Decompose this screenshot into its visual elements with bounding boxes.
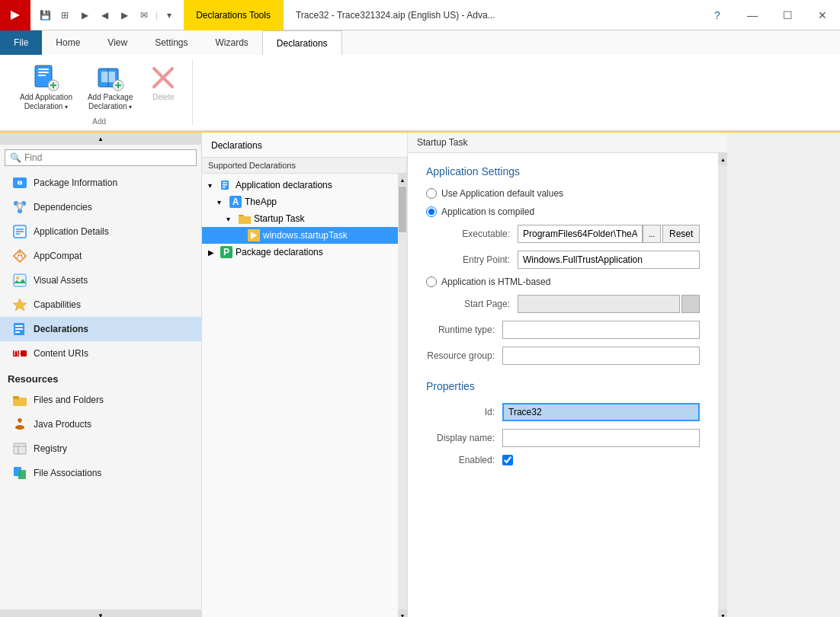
tree-scroll-up[interactable]: ▲	[398, 174, 407, 186]
tree-item-startup-task[interactable]: ▾ Startup Task	[202, 210, 398, 227]
radio-compiled-label: Application is compiled	[441, 206, 534, 217]
content-scroll-down[interactable]: ▼	[718, 609, 727, 617]
play-btn[interactable]: ▶	[76, 7, 93, 24]
tree-toggle-startup[interactable]: ▾	[226, 215, 236, 223]
tree-toggle-app[interactable]: ▾	[208, 181, 217, 190]
minimize-btn[interactable]: —	[735, 0, 770, 30]
tab-file[interactable]: File	[0, 30, 42, 55]
svg-rect-43	[13, 396, 19, 399]
declarations-icon	[12, 321, 27, 337]
tree-scroll-thumb	[399, 187, 406, 232]
resources-section-label: Resources	[0, 366, 201, 388]
tree-item-windows-startup-task[interactable]: windows.startupTask	[202, 227, 398, 244]
svg-rect-36	[15, 328, 23, 330]
tab-home[interactable]: Home	[42, 30, 94, 55]
email-btn[interactable]: ✉	[136, 7, 152, 24]
sidebar-item-files-and-folders[interactable]: Files and Folders	[0, 388, 201, 412]
sidebar-scroll-down[interactable]: ▼	[0, 609, 201, 617]
windows-startup-task-icon	[248, 229, 260, 241]
tree-item-package-declarations[interactable]: ▶ P Package declarations	[202, 244, 398, 261]
dependencies-icon	[12, 200, 27, 215]
content-scroll-up[interactable]: ▲	[718, 153, 727, 165]
sidebar-item-package-information[interactable]: i Package Information	[0, 171, 201, 195]
sidebar-item-visual-assets[interactable]: Visual Assets	[0, 268, 201, 293]
svg-rect-35	[15, 325, 23, 327]
add-app-declaration-button[interactable]: Add ApplicationDeclaration ▾	[14, 59, 79, 114]
display-name-input[interactable]	[502, 429, 700, 447]
content-uris-icon: h	[12, 346, 27, 361]
tab-wizards[interactable]: Wizards	[202, 30, 262, 55]
back-btn[interactable]: ◀	[96, 7, 113, 24]
title-bar: 💾 ⊞ ▶ ◀ ▶ ✉ | ▾ Declarations Tools Trace…	[0, 0, 840, 30]
delete-button[interactable]: Delete	[142, 59, 184, 114]
start-page-input[interactable]	[518, 295, 680, 313]
add-package-declaration-button[interactable]: Add PackageDeclaration ▾	[82, 59, 139, 114]
tab-declarations[interactable]: Declarations	[262, 30, 342, 55]
entry-point-input[interactable]	[518, 251, 700, 269]
sidebar-item-declarations[interactable]: Declarations	[0, 317, 201, 341]
tree-scroll-down[interactable]: ▼	[398, 609, 407, 617]
java-products-icon	[12, 417, 27, 432]
tree-item-app-declarations[interactable]: ▾ Application declarations	[202, 177, 398, 193]
startup-task-folder-icon	[239, 213, 251, 225]
radio-default-values-label: Use Application default values	[441, 188, 563, 199]
sidebar-item-appcompat[interactable]: A AppCompat	[0, 244, 201, 268]
tree-toggle-package[interactable]: ▶	[208, 248, 217, 257]
browse-button[interactable]: ...	[643, 225, 661, 243]
svg-point-44	[15, 425, 24, 430]
restore-btn[interactable]: ☐	[770, 0, 805, 30]
radio-compiled[interactable]	[426, 206, 437, 217]
ribbon-tabs: File Home View Settings Wizards Declarat…	[0, 30, 840, 55]
executable-label: Executable:	[441, 229, 518, 239]
id-input[interactable]	[502, 403, 700, 421]
declarations-tree: ▾ Application declarations ▾ A	[202, 174, 398, 617]
sidebar-item-capabilities[interactable]: Capabilities	[0, 293, 201, 317]
tab-view[interactable]: View	[94, 30, 141, 55]
sidebar-item-content-uris[interactable]: h Content URIs	[0, 341, 201, 366]
app-icon	[0, 0, 30, 30]
declarations-tree-scrollbar: ▲ ▼	[398, 174, 407, 617]
resource-group-input[interactable]	[502, 347, 700, 365]
runtime-type-label: Runtime type:	[426, 324, 502, 335]
tree-toggle-theapp[interactable]: ▾	[217, 198, 226, 206]
id-label: Id:	[426, 407, 502, 417]
save-btn[interactable]: 💾	[37, 7, 53, 24]
search-input[interactable]	[24, 152, 191, 163]
reset-button[interactable]: Reset	[662, 225, 700, 243]
executable-input[interactable]	[518, 225, 643, 243]
registry-icon	[12, 441, 27, 456]
help-btn[interactable]: ?	[700, 0, 735, 30]
delete-icon	[148, 62, 178, 93]
radio-html[interactable]	[426, 277, 437, 287]
grid-btn[interactable]: ⊞	[56, 7, 73, 24]
sidebar-item-appcompat-label: AppCompat	[34, 251, 82, 261]
start-page-browse	[681, 295, 700, 313]
ribbon-group-add-label: Add	[92, 117, 106, 126]
runtime-type-input[interactable]	[502, 321, 700, 339]
sidebar-item-dependencies[interactable]: Dependencies	[0, 195, 201, 219]
sidebar-item-java-products[interactable]: Java Products	[0, 412, 201, 436]
svg-rect-45	[14, 443, 26, 454]
radio-default-values[interactable]	[426, 188, 437, 199]
sidebar-item-package-information-label: Package Information	[34, 177, 117, 188]
radio-row-default: Use Application default values	[426, 188, 700, 199]
sidebar-nav: i Package Information Dependencies Appli…	[0, 171, 201, 609]
forward-btn[interactable]: ▶	[116, 7, 133, 24]
tree-item-theapp[interactable]: ▾ A TheApp	[202, 193, 398, 210]
svg-marker-33	[13, 299, 27, 311]
capabilities-icon	[12, 297, 27, 312]
theapp-icon: A	[229, 196, 242, 208]
close-btn[interactable]: ✕	[805, 0, 840, 30]
declarations-col-supported: Supported Declarations	[202, 158, 407, 173]
tab-settings[interactable]: Settings	[141, 30, 201, 55]
sidebar-scroll-up[interactable]: ▲	[0, 133, 201, 145]
window-title: Trace32 - Trace321324.aip (English US) -…	[284, 10, 700, 21]
svg-text:P: P	[223, 247, 229, 257]
sidebar-item-application-details[interactable]: Application Details	[0, 219, 201, 244]
sidebar-item-registry[interactable]: Registry	[0, 436, 201, 461]
dropdown-btn[interactable]: ▾	[161, 7, 178, 24]
quick-access-toolbar: 💾 ⊞ ▶ ◀ ▶ ✉ | ▾	[30, 7, 184, 24]
sidebar-item-file-associations[interactable]: File Associations	[0, 461, 201, 485]
app-declarations-icon	[220, 179, 232, 191]
enabled-checkbox[interactable]	[502, 455, 513, 465]
